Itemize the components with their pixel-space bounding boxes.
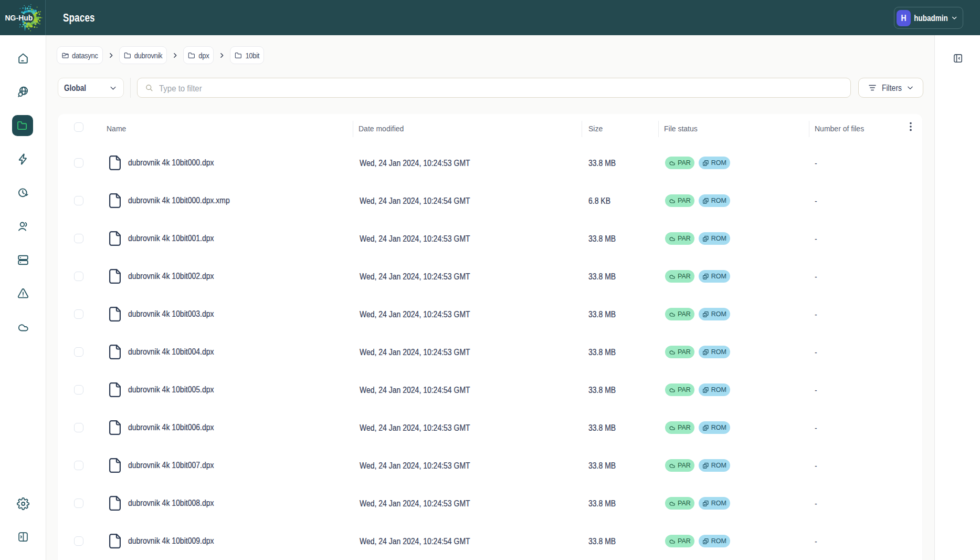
svg-text:TM: TM	[33, 21, 36, 23]
svg-text:NG-Hub: NG-Hub	[5, 13, 33, 22]
